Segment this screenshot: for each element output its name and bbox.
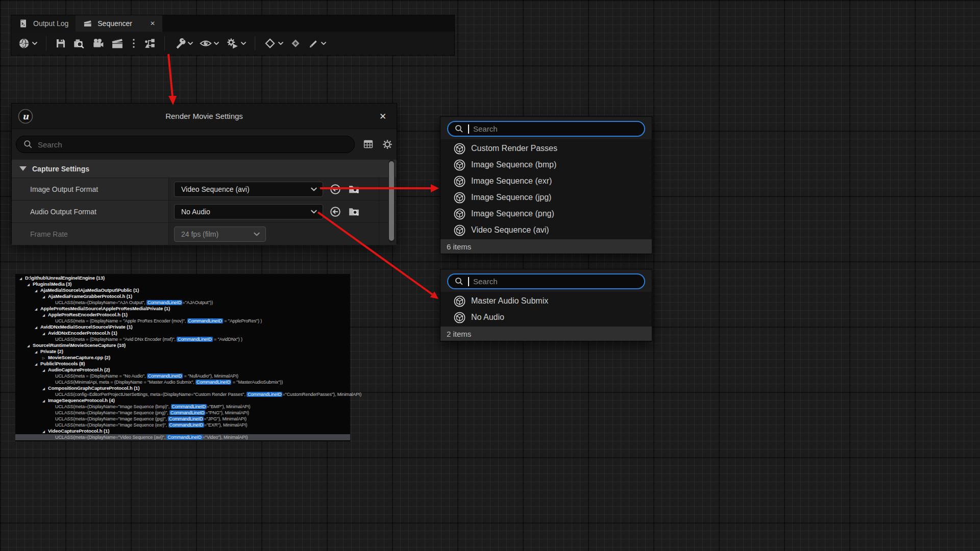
popup-list-item[interactable]: Image Sequence (jpg) xyxy=(440,189,652,206)
tree-node[interactable]: ◢AvidDNxMedia\Source\Source\Private (1) xyxy=(15,324,350,330)
hierarchy-button[interactable] xyxy=(142,36,157,51)
popup-list-item[interactable]: Image Sequence (bmp) xyxy=(440,157,652,173)
expander-expanded-icon: ◢ xyxy=(19,276,25,282)
popup-list-item[interactable]: No Audio xyxy=(440,309,652,325)
popup-list-item[interactable]: Image Sequence (png) xyxy=(440,206,652,222)
auto-key-button[interactable] xyxy=(288,36,303,51)
render-movie-icon xyxy=(110,36,125,51)
audio-output-format-dropdown[interactable]: No Audio xyxy=(174,204,323,219)
tab-close-icon[interactable]: ✕ xyxy=(150,20,155,27)
playback-options-button[interactable] xyxy=(224,36,248,51)
tree-node[interactable]: ◢Plugins\Media (3) xyxy=(15,281,350,287)
find-in-content-browser-button[interactable] xyxy=(71,36,87,51)
tree-node[interactable]: ◢D:\github\UnrealEngine\Engine (13) xyxy=(15,275,350,281)
tree-node[interactable]: ◢AudioCaptureProtocol.h (2) xyxy=(15,367,350,373)
tree-node[interactable]: ◢CompositionGraphCaptureProtocol.h (1) xyxy=(15,385,350,391)
expander-collapsed-icon: ▷ xyxy=(42,355,48,361)
tree-node[interactable]: ◢AjaMedia\Source\AjaMediaOutput\Public (… xyxy=(15,287,350,293)
search-icon xyxy=(454,124,464,134)
match-highlight: CommandLineID xyxy=(171,404,207,409)
code-result-line[interactable]: UCLASS(meta=(DisplayName="Video Sequence… xyxy=(15,434,350,440)
create-camera-button[interactable] xyxy=(90,36,106,51)
tree-node[interactable]: ◢Public\Protocols (8) xyxy=(15,361,350,367)
image-format-popup: Search Custom Render PassesImage Sequenc… xyxy=(440,116,652,254)
item-count: 2 items xyxy=(447,330,471,338)
tree-node[interactable]: ◢Private (2) xyxy=(15,348,350,355)
code-results-panel: ◢D:\github\UnrealEngine\Engine (13)◢Plug… xyxy=(15,274,350,441)
dropdown-value: Video Sequence (avi) xyxy=(181,185,250,193)
tools-button[interactable] xyxy=(172,36,194,51)
code-result-line[interactable]: UCLASS(meta = (DisplayName = "No Audio",… xyxy=(15,373,350,379)
tree-node[interactable]: ◢AvidDNxEncoderProtocol.h (1) xyxy=(15,330,350,336)
browse-to-asset-button[interactable] xyxy=(348,205,360,218)
eye-icon xyxy=(199,37,212,50)
class-cube-icon xyxy=(454,312,465,323)
class-cube-icon xyxy=(454,224,465,236)
expander-expanded-icon: ◢ xyxy=(42,331,48,337)
tree-node[interactable]: ▷MovieSceneCapture.cpp (2) xyxy=(15,355,350,361)
browse-to-asset-button[interactable] xyxy=(348,183,360,195)
popup-1-list: Custom Render PassesImage Sequence (bmp)… xyxy=(440,139,652,239)
popup-search-input[interactable]: Search xyxy=(447,273,645,289)
chevron-down-icon xyxy=(213,40,219,46)
use-selected-asset-button[interactable] xyxy=(329,206,341,218)
chevron-down-icon xyxy=(310,186,317,193)
popup-list-item[interactable]: Master Audio Submix xyxy=(440,293,652,309)
code-result-line[interactable]: UCLASS(meta=(DisplayName="Image Sequence… xyxy=(15,422,350,428)
expander-expanded-icon: ◢ xyxy=(42,386,48,392)
playback-options-icon xyxy=(225,37,239,50)
tab-output-log[interactable]: Output Log xyxy=(11,15,76,32)
settings-rows: Image Output Format Video Sequence (avi) xyxy=(12,178,397,245)
code-result-line[interactable]: UCLASS(MinimalApi, meta = (DisplayName =… xyxy=(15,379,350,385)
column-view-button[interactable] xyxy=(363,139,374,149)
code-result-line[interactable]: UCLASS(meta=(DisplayName="Image Sequence… xyxy=(15,410,350,416)
dialog-title-bar[interactable]: u Render Movie Settings ✕ xyxy=(12,104,397,129)
item-label: Image Sequence (jpg) xyxy=(471,193,551,202)
expander-expanded-icon: ◢ xyxy=(42,294,48,300)
more-options-button[interactable] xyxy=(129,36,138,51)
settings-button[interactable] xyxy=(382,139,393,150)
toolbar-separator xyxy=(46,36,46,51)
popup-list-item[interactable]: Image Sequence (exr) xyxy=(440,173,652,189)
tree-node[interactable]: ◢AppleProResEncoderProtocol.h (1) xyxy=(15,312,350,318)
view-options-button[interactable] xyxy=(198,36,220,51)
browse-folder-icon xyxy=(348,183,360,195)
tree-node[interactable]: ◢ImageSequenceProtocol.h (4) xyxy=(15,397,350,404)
tree-node[interactable]: ◢Source\Runtime\MovieSceneCapture (10) xyxy=(15,342,350,348)
code-result-line[interactable]: UCLASS(meta=(DisplayName="Image Sequence… xyxy=(15,404,350,410)
tab-sequencer[interactable]: Sequencer ✕ xyxy=(76,15,162,32)
tree-node[interactable]: ◢VideoCaptureProtocol.h (1) xyxy=(15,428,350,434)
dialog-close-button[interactable]: ✕ xyxy=(376,110,389,123)
code-result-line[interactable]: UCLASS(meta=(DisplayName="AJA Output", C… xyxy=(15,299,350,306)
code-result-line[interactable]: UCLASS(meta = (DisplayName = "Avid DNx E… xyxy=(15,336,350,342)
use-selected-asset-button[interactable] xyxy=(329,183,341,195)
code-result-line[interactable]: UCLASS(meta=(DisplayName="Image Sequence… xyxy=(15,416,350,422)
scrollbar-thumb[interactable] xyxy=(389,161,394,241)
edit-button[interactable] xyxy=(306,36,328,51)
tab-label: Output Log xyxy=(33,19,68,28)
world-button[interactable] xyxy=(16,36,39,51)
find-in-content-browser-icon xyxy=(72,37,86,50)
key-options-button[interactable] xyxy=(262,36,285,51)
code-result-line[interactable]: UCLASS(meta = (DisplayName = "Apple ProR… xyxy=(15,318,350,324)
render-movie-button[interactable] xyxy=(109,35,126,52)
chevron-down-icon xyxy=(310,208,317,215)
capture-settings-section[interactable]: Capture Settings xyxy=(12,160,397,178)
match-highlight: CommandLineID xyxy=(169,410,205,415)
popup-2-list: Master Audio SubmixNo Audio xyxy=(440,292,652,327)
settings-search-input[interactable]: Search xyxy=(16,136,355,153)
popup-list-item[interactable]: Custom Render Passes xyxy=(440,140,652,157)
image-output-format-dropdown[interactable]: Video Sequence (avi) xyxy=(174,182,323,197)
match-highlight: CommandLineID xyxy=(166,435,202,440)
popup-search-input[interactable]: Search xyxy=(447,121,645,137)
expander-expanded-icon: ◢ xyxy=(35,361,40,367)
save-button[interactable] xyxy=(54,36,68,51)
dialog-scrollbar[interactable] xyxy=(388,160,395,242)
expander-expanded-icon: ◢ xyxy=(35,306,40,312)
code-result-line[interactable]: UCLASS(config=EditorPerProjectUserSettin… xyxy=(15,391,350,397)
match-highlight: CommandLineID xyxy=(168,422,204,428)
tree-node-label: Public\Protocols xyxy=(40,361,78,366)
tree-node[interactable]: ◢AppleProResMedia\Source\AppleProResMedi… xyxy=(15,306,350,312)
tree-node[interactable]: ◢AjaMediaFrameGrabberProtocol.h (1) xyxy=(15,293,350,299)
popup-list-item[interactable]: Video Sequence (avi) xyxy=(440,222,652,238)
